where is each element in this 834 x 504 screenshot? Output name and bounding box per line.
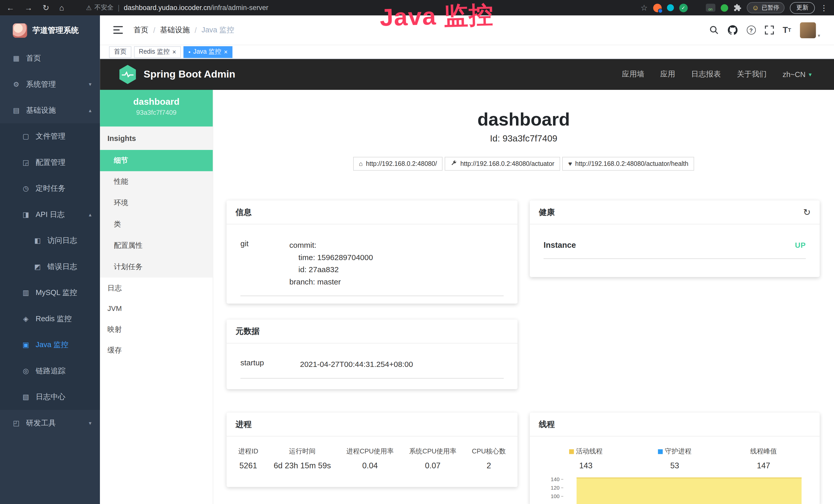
tab-redis-monitor[interactable]: Redis 监控 × xyxy=(134,46,181,58)
sba-menu-group-insights: Insights 细节 性能 环境 类 配置属性 计划任务 xyxy=(100,127,213,278)
extensions-puzzle-icon[interactable] xyxy=(733,4,741,12)
sidebar-item-error-logs[interactable]: ◩ 错误日志 xyxy=(0,254,100,280)
address-bar[interactable]: ⚠ 不安全 | dashboard.yudao.iocoder.cn/infra… xyxy=(86,3,641,12)
threads-stat-daemon: 守护进程 53 xyxy=(645,447,704,470)
sba-brand-title[interactable]: Spring Boot Admin xyxy=(144,69,235,81)
sidebar-item-trace[interactable]: ◎ 链路追踪 xyxy=(0,358,100,384)
sidebar-item-label: 错误日志 xyxy=(47,262,77,271)
address-separator: | xyxy=(118,4,119,12)
tab-home[interactable]: 首页 xyxy=(109,46,132,58)
sidebar-item-file-management[interactable]: ▢ 文件管理 xyxy=(0,123,100,149)
browser-reload-icon[interactable]: ↻ xyxy=(43,4,49,12)
sidebar-item-scheduled-jobs[interactable]: ◷ 定时任务 xyxy=(0,175,100,201)
sba-nav-about[interactable]: 关于我们 xyxy=(737,70,767,79)
sidebar-item-dev-tools[interactable]: ◰ 研发工具 ▾ xyxy=(0,410,100,436)
sba-nav-applications[interactable]: 应用 xyxy=(660,70,675,79)
close-icon[interactable]: × xyxy=(224,48,228,55)
extension-icon[interactable]: ✓ xyxy=(679,3,687,12)
extension-on-icon[interactable]: on xyxy=(706,4,715,12)
sba-instance-id: 93a3fc7f7409 xyxy=(100,109,213,117)
legend-daemon-icon xyxy=(658,449,663,454)
sidebar-item-label: 首页 xyxy=(26,53,41,63)
sidebar-toggle-icon[interactable] xyxy=(113,26,123,34)
menu-item-logs[interactable]: 日志 xyxy=(100,278,213,298)
app-logo xyxy=(13,23,27,38)
y-tick-label: 100 xyxy=(542,493,559,499)
chevron-down-icon: ▾ xyxy=(89,82,91,87)
sba-nav-journal[interactable]: 日志报表 xyxy=(691,70,721,79)
menu-item-classes[interactable]: 类 xyxy=(100,214,213,235)
help-icon[interactable]: ? xyxy=(747,25,756,35)
chevron-down-icon: ▾ xyxy=(89,420,91,426)
menu-item-mappings[interactable]: 映射 xyxy=(100,319,213,340)
sidebar-item-mysql-monitor[interactable]: ▥ MySQL 监控 xyxy=(0,280,100,305)
menu-item-environment[interactable]: 环境 xyxy=(100,192,213,214)
extension-icon[interactable] xyxy=(693,4,700,12)
tab-label: Redis 监控 xyxy=(139,47,170,56)
menu-item-details[interactable]: 细节 xyxy=(100,150,213,171)
sba-logo-icon[interactable] xyxy=(118,65,137,84)
browser-forward-icon[interactable]: → xyxy=(24,4,32,12)
history-icon[interactable]: ↺ xyxy=(803,207,811,218)
bookmark-star-icon[interactable]: ☆ xyxy=(641,3,648,12)
search-icon[interactable] xyxy=(709,25,719,35)
menu-item-performance[interactable]: 性能 xyxy=(100,171,213,192)
sidebar-item-home[interactable]: ▦ 首页 xyxy=(0,45,100,71)
sidebar-item-access-logs[interactable]: ◧ 访问日志 xyxy=(0,228,100,253)
sidebar-item-system-management[interactable]: ⚙ 系统管理 ▾ xyxy=(0,71,100,97)
extension-icon[interactable] xyxy=(667,4,674,11)
menu-item-scheduled-tasks[interactable]: 计划任务 xyxy=(100,256,213,278)
fullscreen-icon[interactable] xyxy=(765,25,774,35)
threads-card: 线程 活动线程 143 xyxy=(530,413,820,504)
app-topbar: 首页 / 基础设施 / Java 监控 ? xyxy=(100,16,834,45)
browser-home-icon[interactable]: ⌂ xyxy=(59,4,64,12)
sba-nav-wallboard[interactable]: 应用墙 xyxy=(622,70,644,79)
wrench-icon xyxy=(451,160,457,167)
extension-icon[interactable] xyxy=(653,3,661,12)
url-path[interactable]: /infra/admin-server xyxy=(211,4,268,12)
chrome-menu-icon[interactable]: ⋮ xyxy=(820,3,828,12)
sidebar-item-log-center[interactable]: ▧ 日志中心 xyxy=(0,384,100,410)
sidebar-item-label: MySQL 监控 xyxy=(36,288,77,297)
threads-stat-live: 活动线程 143 xyxy=(556,447,615,470)
profile-paused-badge[interactable]: ☺ 已暂停 xyxy=(747,2,785,13)
admin-sidebar: 芋道管理系统 ▦ 首页 ⚙ 系统管理 ▾ ▤ 基础设施 ▴ ▢ xyxy=(0,16,100,504)
sidebar-item-api-logs[interactable]: ◨ API 日志 ▴ xyxy=(0,202,100,228)
sba-instance-header[interactable]: dashboard 93a3fc7f7409 xyxy=(100,90,213,127)
menu-item-caches[interactable]: 缓存 xyxy=(100,340,213,361)
breadcrumb-infrastructure[interactable]: 基础设施 xyxy=(160,25,190,35)
menu-item-config-properties[interactable]: 配置属性 xyxy=(100,235,213,256)
tab-java-monitor[interactable]: ● Java 监控 × xyxy=(183,46,232,58)
process-header: 系统CPU使用率 xyxy=(409,447,456,456)
instance-title: dashboard xyxy=(213,109,834,130)
sidebar-item-infrastructure[interactable]: ▤ 基础设施 ▴ xyxy=(0,97,100,123)
tab-label: 首页 xyxy=(114,47,127,56)
sba-locale-select[interactable]: zh~CN ▾ xyxy=(783,70,812,78)
close-icon[interactable]: × xyxy=(172,48,176,55)
user-menu[interactable]: ▾ xyxy=(800,22,820,38)
process-col-uptime: 运行时间 6d 23h 15m 59s xyxy=(274,447,331,470)
app-brand[interactable]: 芋道管理系统 xyxy=(0,16,100,45)
browser-back-icon[interactable]: ← xyxy=(6,4,14,12)
avatar[interactable] xyxy=(800,22,816,38)
github-icon[interactable] xyxy=(727,25,738,35)
threads-stat-peak: 线程峰值 147 xyxy=(734,447,793,470)
home-icon: ▦ xyxy=(12,54,21,62)
url-host[interactable]: dashboard.yudao.iocoder.cn xyxy=(124,4,211,12)
process-col-pid: 进程ID 5261 xyxy=(238,447,258,470)
instance-link-actuator[interactable]: http://192.168.0.2:48080/actuator xyxy=(445,157,560,171)
redis-icon: ◈ xyxy=(21,315,30,323)
font-size-icon[interactable]: TT xyxy=(783,26,791,34)
instance-link-health[interactable]: ♥ http://192.168.0.2:48080/actuator/heal… xyxy=(562,157,694,171)
instance-link-base[interactable]: ⌂ http://192.168.0.2:48080/ xyxy=(353,157,443,171)
tools-icon: ◰ xyxy=(12,419,21,427)
sidebar-item-config-management[interactable]: ◲ 配置管理 xyxy=(0,150,100,175)
menu-item-jvm[interactable]: JVM xyxy=(100,298,213,319)
security-warning-label[interactable]: 不安全 xyxy=(94,3,113,12)
extension-icon[interactable] xyxy=(721,4,728,12)
sidebar-item-java-monitor[interactable]: ▣ Java 监控 xyxy=(0,332,100,358)
chrome-update-button[interactable]: 更新 xyxy=(790,2,815,14)
breadcrumb-home[interactable]: 首页 xyxy=(134,25,149,35)
sidebar-item-redis-monitor[interactable]: ◈ Redis 监控 xyxy=(0,306,100,332)
menu-group-insights-header[interactable]: Insights xyxy=(100,127,213,150)
